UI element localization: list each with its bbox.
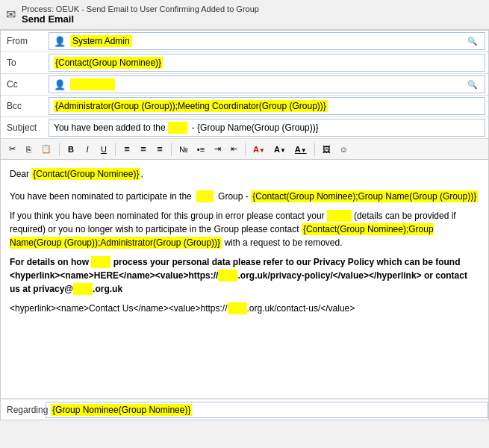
bcc-row: Bcc {Administrator(Group (Group));Meetin…	[1, 96, 488, 117]
para3-org3	[73, 283, 93, 295]
toolbar-separator-3	[171, 143, 172, 156]
email-form: From 👤 System Admin 🔍 To {Contact(Group …	[0, 30, 489, 420]
bold-button[interactable]: B	[63, 143, 78, 156]
salutation-highlight: {Contact(Group Nominee)}	[31, 168, 140, 180]
subject-prefix: You have been added to the	[54, 122, 166, 133]
para-contact-truncated: <hyperlink><name>Contact Us</name><value…	[10, 302, 479, 315]
para2-text: If you think you have been nominated for…	[10, 211, 327, 221]
bcc-value: {Administrator(Group (Group));Meeting Co…	[54, 100, 328, 112]
underline-button[interactable]: U	[96, 143, 111, 156]
cut-button[interactable]: ✂	[4, 142, 19, 156]
email-icon: ✉	[6, 7, 16, 22]
regarding-value: {Group Nominee(Group Nominee)}	[51, 404, 192, 416]
cc-row: Cc 👤 🔍	[1, 74, 488, 96]
subject-suffix: - {Group Name(Group (Group))}	[192, 122, 319, 133]
window-header: ✉ Process: OEUK - Send Email to User Con…	[0, 0, 489, 30]
align-left-button[interactable]: ≡	[119, 141, 134, 157]
para3-org	[91, 256, 110, 268]
regarding-label: Regarding	[1, 402, 46, 418]
cc-select-icon[interactable]: 🔍	[465, 80, 480, 90]
para3-email-suffix: .org.uk	[93, 284, 122, 294]
toolbar-separator-4	[245, 143, 246, 156]
para4-suffix: .org.uk/contact-us/</value>	[247, 303, 355, 314]
bcc-input[interactable]: {Administrator(Group (Group));Meeting Co…	[49, 97, 485, 115]
toolbar-separator-5	[314, 143, 315, 156]
font-size-button[interactable]: A▼	[270, 143, 290, 156]
outdent-button[interactable]: ⇤	[226, 142, 241, 156]
toolbar-separator-1	[59, 143, 60, 156]
para1-group-text: Group -	[218, 191, 251, 202]
cc-label: Cc	[1, 76, 46, 93]
para1-highlight: {Contact(Group Nominee);Group Name(Group…	[251, 190, 478, 202]
image-button[interactable]: 🖼	[319, 143, 334, 156]
regarding-input[interactable]: {Group Nominee(Group Nominee)}	[46, 402, 488, 418]
para3-org2	[218, 270, 237, 281]
para2-suffix: with a request to be removed.	[222, 237, 342, 248]
to-value: {Contact(Group Nominee)}	[54, 57, 163, 69]
indent-button[interactable]: ⇥	[210, 142, 225, 156]
subject-group	[168, 122, 187, 134]
from-input[interactable]: 👤 System Admin 🔍	[49, 32, 485, 50]
cc-input[interactable]: 👤 🔍	[49, 75, 485, 93]
para-privacy: For details on how process your personal…	[10, 255, 479, 296]
font-color-button[interactable]: A▼	[249, 143, 269, 156]
from-highlighted-value: System Admin	[70, 35, 132, 47]
copy-button[interactable]: ⎘	[21, 143, 36, 156]
para-error: If you think you have been nominated for…	[10, 209, 479, 249]
to-row: To {Contact(Group Nominee)}	[1, 52, 488, 74]
subject-row: Subject You have been added to the - {Gr…	[1, 117, 488, 139]
emoji-button[interactable]: ☺	[336, 143, 352, 156]
para3-prefix: For details on how	[10, 257, 91, 267]
para1-prefix: You have been nominated to participate i…	[10, 191, 192, 202]
page-title: Send Email	[22, 13, 259, 25]
select-icon[interactable]: 🔍	[465, 37, 480, 46]
para-nominated: You have been nominated to participate i…	[10, 190, 479, 203]
paste-button[interactable]: 📋	[37, 142, 55, 156]
para1-group	[196, 190, 214, 202]
toolbar: ✂ ⎘ 📋 B I U ≡ ≡ ≡ № •≡ ⇥ ⇤ A▼ A▼ A▼ 🖼 ☺	[1, 139, 488, 160]
to-input[interactable]: {Contact(Group Nominee)}	[49, 54, 485, 72]
salutation: Dear {Contact(Group Nominee)},	[10, 167, 479, 181]
salutation-prefix: Dear	[10, 169, 31, 179]
para4-org	[228, 302, 247, 314]
italic-button[interactable]: I	[80, 143, 95, 156]
subject-label: Subject	[1, 119, 46, 136]
from-row: From 👤 System Admin 🔍	[1, 31, 488, 52]
align-center-button[interactable]: ≡	[136, 141, 151, 157]
salutation-suffix: ,	[140, 169, 143, 179]
toolbar-separator-2	[115, 143, 116, 156]
align-right-button[interactable]: ≡	[152, 141, 167, 157]
regarding-row: Regarding {Group Nominee(Group Nominee)}	[1, 399, 488, 420]
cc-highlighted	[70, 78, 115, 90]
cc-person-icon: 👤	[54, 79, 66, 90]
subject-input[interactable]: You have been added to the - {Group Name…	[49, 119, 485, 137]
para2-company	[327, 210, 352, 222]
to-label: To	[1, 55, 46, 71]
bcc-label: Bcc	[1, 98, 46, 114]
font-style-button[interactable]: A▼	[291, 143, 311, 156]
para4-prefix: <hyperlink><name>Contact Us</name><value…	[10, 303, 228, 314]
process-label: Process: OEUK - Send Email to User Confi…	[22, 4, 259, 13]
ordered-list-button[interactable]: №	[175, 143, 192, 156]
email-body[interactable]: Dear {Contact(Group Nominee)}, You have …	[1, 160, 488, 399]
from-label: From	[1, 33, 46, 49]
person-icon: 👤	[54, 36, 66, 47]
unordered-list-button[interactable]: •≡	[193, 143, 208, 156]
